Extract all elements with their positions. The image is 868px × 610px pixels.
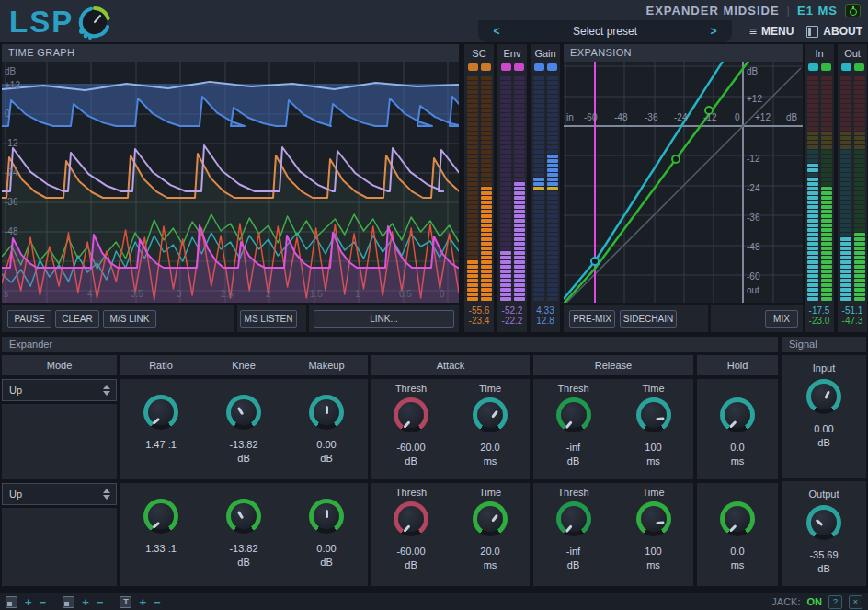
- attack-thresh-knob[interactable]: [394, 501, 428, 536]
- zoom-out-button[interactable]: −: [97, 596, 104, 608]
- meter-column: [854, 76, 865, 301]
- attack-time-knob[interactable]: [473, 397, 508, 432]
- time-graph-plot[interactable]: dB+120-12-24-36-48s43.532.521.510.50: [2, 62, 459, 304]
- knee-knob[interactable]: [226, 395, 261, 430]
- svg-text:-48: -48: [747, 242, 760, 252]
- release-time-knob[interactable]: [636, 397, 671, 432]
- preset-prev-button[interactable]: <: [478, 25, 515, 38]
- output-gain-knob[interactable]: [806, 505, 841, 540]
- menu-icon: ≡: [749, 24, 757, 39]
- zoom-in-button[interactable]: +: [82, 596, 89, 608]
- hold-knob[interactable]: [720, 397, 755, 432]
- knob-value: 0.00: [316, 438, 336, 452]
- knob-pointer: [491, 514, 498, 523]
- env-meter: Env-52.2-22.2: [497, 44, 527, 332]
- zoom-in-button[interactable]: +: [25, 596, 32, 608]
- peak-indicator: [841, 63, 851, 71]
- ms-link-button[interactable]: M/S LINK: [103, 310, 156, 328]
- title-separator: |: [787, 4, 790, 17]
- attack-header: Attack: [371, 355, 530, 375]
- graph-line-fit-icon[interactable]: [63, 596, 74, 608]
- attack-time-knob[interactable]: [473, 501, 508, 536]
- preset-next-button[interactable]: >: [695, 25, 732, 38]
- svg-text:-36: -36: [5, 197, 18, 207]
- power-icon[interactable]: [845, 4, 861, 17]
- knob-pointer: [728, 524, 736, 532]
- graph-area-fit-icon[interactable]: [6, 596, 17, 608]
- svg-text:+12: +12: [5, 80, 20, 90]
- mix-button[interactable]: MIX: [765, 310, 798, 328]
- input-gain-knob[interactable]: [806, 379, 841, 414]
- knob-unit: dB: [237, 556, 249, 570]
- graph-text-fit-icon[interactable]: T: [120, 596, 131, 608]
- makeup-knob[interactable]: [309, 499, 344, 534]
- about-button[interactable]: ABOUT: [806, 25, 862, 38]
- knob-value: -35.69: [809, 548, 838, 562]
- gain-meter-value: 12.8: [531, 316, 560, 326]
- svg-text:-48: -48: [5, 226, 18, 236]
- sidechain-button[interactable]: SIDECHAIN: [620, 310, 677, 328]
- peak-indicator: [468, 63, 478, 71]
- svg-text:+12: +12: [747, 94, 762, 104]
- divider: [234, 305, 237, 332]
- knob-unit: dB: [567, 558, 579, 572]
- logo-text: LSP: [9, 4, 74, 40]
- attack-time-knob-cell: Time20.0ms: [451, 379, 530, 479]
- env-meter-value: -22.2: [497, 316, 527, 326]
- svg-text:-24: -24: [674, 112, 688, 122]
- menu-button[interactable]: ≡ MENU: [749, 24, 794, 39]
- expander-section-title: Expander: [2, 337, 778, 352]
- makeup-knob-cell: 0.00dB: [285, 483, 368, 586]
- zoom-in-button[interactable]: +: [139, 596, 146, 608]
- pause-button[interactable]: PAUSE: [7, 310, 51, 328]
- time-graph-title: TIME GRAPH: [2, 44, 459, 62]
- expansion-plot[interactable]: in-60-48-36-24-120+12dBdB+12-12-24-36-48…: [564, 62, 803, 304]
- knob-pointer: [656, 521, 664, 524]
- hold-knob-cell: 0.0ms: [697, 379, 778, 479]
- meter-column: [807, 76, 818, 301]
- knob-value: 20.0: [480, 545, 499, 558]
- gain-meter-value: 4.33: [531, 305, 560, 316]
- mode-select-side[interactable]: Up: [2, 483, 117, 505]
- zoom-out-button[interactable]: −: [154, 596, 161, 608]
- mode-select-mid[interactable]: Up: [2, 379, 117, 401]
- knob-label: Thresh: [557, 379, 588, 397]
- knob-pointer: [656, 417, 664, 420]
- spinner-icon[interactable]: [97, 380, 116, 400]
- disconnect-icon[interactable]: ×: [849, 595, 862, 609]
- ratio-group: 1.47 :1-13.82dB0.00dB: [120, 379, 368, 479]
- makeup-knob[interactable]: [309, 395, 344, 430]
- clear-button[interactable]: CLEAR: [55, 310, 99, 328]
- svg-text:4: 4: [87, 289, 93, 299]
- attack-thresh-knob[interactable]: [394, 397, 428, 432]
- svg-text:0: 0: [5, 109, 10, 119]
- release-thresh-knob[interactable]: [556, 501, 591, 536]
- meter-column: [500, 76, 511, 301]
- header-bar: LSP EXPANDER MIDSIDE | E1 MS < Select pr…: [0, 0, 868, 42]
- svg-text:-60: -60: [747, 271, 760, 282]
- zoom-out-button[interactable]: −: [40, 596, 47, 608]
- knee-knob[interactable]: [226, 499, 261, 534]
- help-icon[interactable]: ?: [828, 595, 842, 609]
- hold-knob[interactable]: [720, 501, 755, 536]
- svg-text:2.5: 2.5: [221, 289, 234, 299]
- knob-unit: ms: [731, 455, 745, 468]
- ms-listen-button[interactable]: MS LISTEN: [240, 310, 297, 328]
- plugin-window: LSP EXPANDER MIDSIDE | E1 MS < Select pr…: [0, 0, 868, 610]
- ratio-knob[interactable]: [143, 395, 178, 430]
- link-button[interactable]: LINK...: [314, 310, 454, 328]
- gain-meter: Gain4.3312.8: [531, 44, 560, 332]
- svg-text:2: 2: [266, 289, 271, 299]
- pre-mix-button[interactable]: PRE-MIX: [569, 310, 615, 328]
- sc-meter-label: SC: [464, 44, 494, 62]
- release-time-knob[interactable]: [636, 501, 671, 536]
- spinner-icon[interactable]: [97, 484, 116, 504]
- svg-text:-24: -24: [747, 183, 760, 193]
- preset-label[interactable]: Select preset: [515, 25, 695, 38]
- knob-value: -inf: [566, 441, 580, 455]
- svg-text:0.5: 0.5: [399, 289, 412, 299]
- ratio-knob[interactable]: [143, 499, 178, 534]
- hold-header: Hold: [697, 355, 778, 375]
- gain-meter-label: Gain: [531, 44, 560, 62]
- release-thresh-knob[interactable]: [556, 397, 591, 432]
